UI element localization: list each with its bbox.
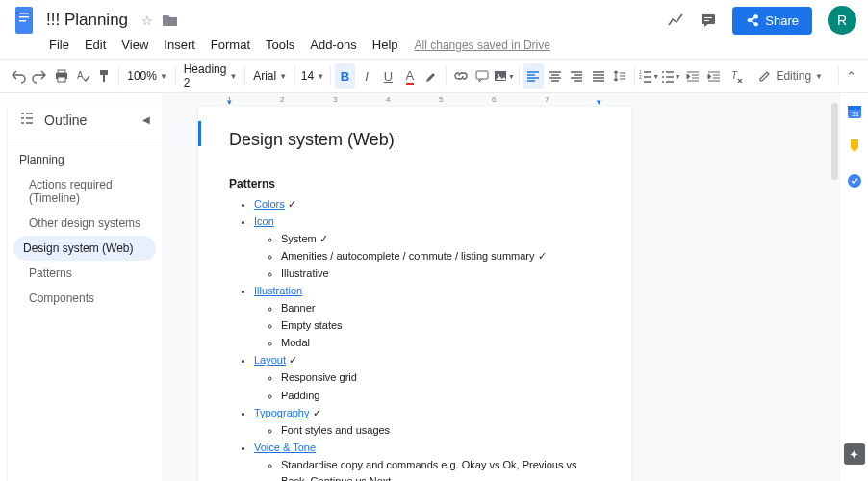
list-item[interactable]: Modal [281,335,600,351]
outline-item[interactable]: Components [8,286,162,311]
align-right-button[interactable] [567,63,587,89]
move-folder-icon[interactable] [163,13,178,28]
doc-link[interactable]: Illustration [254,285,302,296]
svg-point-18 [498,74,499,76]
star-icon[interactable]: ☆ [140,13,155,28]
side-panel: 31 ✦ › [839,93,868,481]
clear-formatting-button[interactable]: T [726,63,746,89]
svg-point-8 [753,14,757,18]
font-size-select[interactable]: 14▼ [299,65,326,87]
doc-link[interactable]: Icon [254,215,274,227]
menu-format[interactable]: Format [204,35,257,55]
paragraph-style-select[interactable]: Heading 2▼ [180,59,242,93]
bold-button[interactable]: B [335,63,355,89]
menu-add-ons[interactable]: Add-ons [303,35,363,55]
menu-help[interactable]: Help [366,35,405,55]
list-item[interactable]: Colors ✓ [254,196,600,213]
avatar[interactable]: R [828,6,856,35]
outline-collapse-icon[interactable]: ◀ [142,114,150,125]
menu-insert[interactable]: Insert [157,35,202,55]
bulleted-list-button[interactable]: ▼ [660,63,680,89]
calendar-icon[interactable]: 31 [846,103,863,120]
undo-button[interactable] [8,63,28,89]
increase-indent-button[interactable] [703,63,724,89]
list-item[interactable]: Amenities / autocomplete / commute / lis… [281,248,600,265]
ruler[interactable]: ▾ ▾ 1234567 [198,93,803,107]
align-justify-button[interactable] [588,63,608,89]
list-item[interactable]: Layout ✓Responsive gridPadding [254,352,600,403]
ruler-tick: 6 [492,95,496,104]
text-color-button[interactable]: A [399,63,420,89]
font-select[interactable]: Arial▼ [249,65,291,87]
docs-logo-icon[interactable] [12,4,37,37]
underline-button[interactable]: U [378,63,398,89]
share-button[interactable]: Share [732,7,812,35]
list-item[interactable]: Empty states [281,317,600,334]
doc-link[interactable]: Voice & Tone [254,442,316,453]
outline-item[interactable]: Patterns [8,261,162,286]
svg-text:31: 31 [852,111,859,117]
zoom-select[interactable]: 100%▼ [123,65,171,87]
list-item[interactable]: Padding [281,388,600,404]
page[interactable]: Design system (Web) PatternsColors ✓Icon… [198,107,631,481]
decrease-indent-button[interactable] [682,63,702,89]
insert-image-button[interactable]: ▼ [494,63,515,89]
ruler-tick: 4 [386,95,390,104]
italic-button[interactable]: I [356,63,376,89]
list-item[interactable]: System ✓ [281,231,600,247]
redo-button[interactable] [29,63,49,89]
outline-item[interactable]: Design system (Web) [13,236,156,261]
hide-side-panel-icon[interactable]: › [846,474,863,481]
editing-mode-select[interactable]: Editing ▼ [747,65,834,87]
scrollbar-thumb[interactable] [831,103,838,180]
list-item[interactable]: Illustrative [281,266,600,282]
comments-icon[interactable] [700,12,717,29]
outline-item[interactable]: Actions required (Timeline) [8,172,162,211]
outline-item[interactable]: Other design systems [8,211,162,236]
list-item[interactable]: Voice & ToneStandardise copy and command… [254,440,600,481]
paint-format-button[interactable] [94,63,115,89]
numbered-list-button[interactable]: 12▼ [639,63,659,89]
print-button[interactable] [51,63,71,89]
check-icon: ✓ [317,233,328,244]
document-canvas[interactable]: ▾ ▾ 1234567 Design system (Web) Patterns… [162,93,839,481]
list-item[interactable]: Font styles and usages [281,422,600,439]
list-item[interactable]: Standardise copy and commands e.g. Okay … [281,457,600,481]
svg-rect-10 [58,70,65,73]
insert-comment-button[interactable] [472,63,492,89]
list-item[interactable]: IllustrationBannerEmpty statesModal [254,283,600,351]
ruler-tick: 7 [545,95,549,104]
explore-button[interactable]: ✦ [844,443,865,465]
heading-marker [198,121,201,146]
outline-item[interactable]: Planning [8,147,162,172]
menu-view[interactable]: View [115,35,155,55]
list-item[interactable]: Banner [281,300,600,316]
line-spacing-button[interactable] [610,63,630,89]
menu-edit[interactable]: Edit [78,35,113,55]
document-title[interactable]: !!! Planning [42,10,132,31]
doc-link[interactable]: Colors [254,198,285,210]
menu-tools[interactable]: Tools [259,35,301,55]
list-item[interactable]: IconSystem ✓Amenities / autocomplete / c… [254,214,600,282]
doc-link[interactable]: Typography [254,407,309,418]
align-left-button[interactable] [523,63,544,89]
ruler-tick: 3 [333,95,337,104]
list-item[interactable]: Typography ✓Font styles and usages [254,405,600,439]
activity-icon[interactable] [667,12,684,29]
section-heading[interactable]: Patterns [229,177,600,190]
menu-file[interactable]: File [42,35,76,55]
insert-link-button[interactable] [450,63,471,89]
svg-point-7 [748,18,752,22]
svg-rect-6 [704,20,709,21]
collapse-toolbar-button[interactable]: ⌃ [843,65,860,87]
tasks-icon[interactable] [846,172,863,190]
list-item[interactable]: Responsive grid [281,369,600,386]
saved-status[interactable]: All changes saved in Drive [415,38,550,52]
spellcheck-button[interactable]: A [72,63,92,89]
keep-icon[interactable] [846,138,863,155]
doc-link[interactable]: Layout [254,354,286,366]
align-center-button[interactable] [545,63,565,89]
zoom-value: 100% [127,69,157,83]
highlight-button[interactable] [421,63,442,89]
doc-heading[interactable]: Design system (Web) [229,130,395,150]
